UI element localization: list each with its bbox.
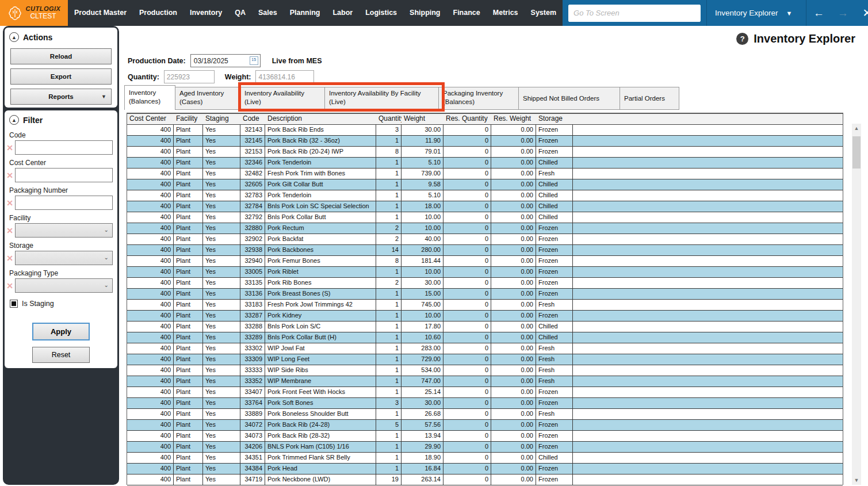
tab-shipped-not-billed-orders[interactable]: Shipped Not Billed Orders (519, 87, 620, 110)
clear-icon[interactable]: ✕ (5, 171, 15, 180)
table-row[interactable]: 400PlantYes32902Pork Backfat240.0000.00F… (127, 234, 843, 245)
scroll-down-icon[interactable]: ▼ (852, 476, 861, 485)
vertical-scrollbar[interactable]: ▲ ▼ (852, 124, 861, 485)
table-row[interactable]: 400PlantYes34073Pork Back Rib (28-32)113… (127, 431, 843, 442)
table-row[interactable]: 400PlantYes34206BNLS Pork Ham (C105) 1/1… (127, 442, 843, 453)
table-row[interactable]: 400PlantYes33136Pork Breast Bones (S)115… (127, 289, 843, 300)
column-header-storage[interactable]: Storage (536, 114, 573, 124)
go-to-screen-input[interactable] (568, 5, 701, 22)
menu-item-finance[interactable]: Finance (447, 0, 487, 26)
clear-icon[interactable]: ✕ (5, 143, 15, 152)
table-row[interactable]: 400PlantYes32938Pork Backbones14280.0000… (127, 245, 843, 256)
table-row[interactable]: 400PlantYes32784Bnls Pork Loin SC Specia… (127, 201, 843, 212)
tab-packaging-inventory-balances[interactable]: Packaging Inventory(Balances) (439, 87, 519, 110)
reset-button[interactable]: Reset (32, 347, 90, 363)
table-row[interactable]: 400PlantYes33352WIP Membrane1747.0000.00… (127, 376, 843, 387)
cell-filler (573, 343, 843, 354)
apply-button[interactable]: Apply (32, 323, 90, 340)
table-row[interactable]: 400PlantYes33135Pork Rib Bones230.0000.0… (127, 278, 843, 289)
is-staging-checkbox[interactable]: Is Staging (10, 300, 117, 308)
table-row[interactable]: 400PlantYes33302WIP Jowl Fat1283.0000.00… (127, 343, 843, 354)
table-row[interactable]: 400PlantYes34719Pork Neckbone (LWD)19263… (127, 474, 843, 485)
weight-field[interactable] (255, 70, 314, 83)
table-row[interactable]: 400PlantYes32940Pork Femur Bones8181.440… (127, 256, 843, 267)
filter-input-code[interactable] (15, 140, 113, 155)
collapse-chevron-icon[interactable]: ▲ (9, 115, 19, 125)
filter-input-packaging-number[interactable] (15, 196, 113, 210)
menu-item-production[interactable]: Production (133, 0, 183, 26)
table-row[interactable]: 400PlantYes32143Pork Back Rib Ends330.00… (127, 125, 843, 136)
menu-item-metrics[interactable]: Metrics (487, 0, 525, 26)
forward-button[interactable]: → (831, 0, 855, 26)
menu-item-product-master[interactable]: Product Master (68, 0, 133, 26)
reload-button[interactable]: Reload (10, 48, 112, 64)
column-header-res-weight[interactable]: Res. Weight (491, 114, 536, 124)
clear-icon[interactable]: ✕ (5, 226, 15, 235)
menu-item-qa[interactable]: QA (228, 0, 252, 26)
table-row[interactable]: 400PlantYes32792Bnls Pork Collar Butt110… (127, 212, 843, 223)
table-row[interactable]: 400PlantYes33764Pork Soft Bones330.0000.… (127, 398, 843, 409)
table-row[interactable]: 400PlantYes32145Pork Back Rib (32 - 36oz… (127, 136, 843, 147)
column-header-facility[interactable]: Facility (174, 114, 203, 124)
cell-storage: Fresh (536, 376, 573, 386)
scrollbar-thumb[interactable] (852, 136, 861, 169)
topbar-right-section: Inventory Explorer ▼ ← → ✕ ★ (563, 0, 868, 26)
help-icon[interactable]: ? (736, 33, 748, 45)
filter-input-cost-center[interactable] (15, 168, 113, 182)
scroll-up-icon[interactable]: ▲ (852, 124, 861, 133)
table-row[interactable]: 400PlantYes33889Pork Boneless Shoulder B… (127, 409, 843, 420)
table-row[interactable]: 400PlantYes34351Pork Trimmed Flank SR Be… (127, 453, 843, 464)
quantity-field[interactable] (164, 70, 215, 83)
menu-item-shipping[interactable]: Shipping (403, 0, 446, 26)
filter-select-storage[interactable]: ⌄ (15, 251, 113, 265)
table-row[interactable]: 400PlantYes32783Pork Tenderloin15.1000.0… (127, 190, 843, 201)
menu-item-inventory[interactable]: Inventory (183, 0, 228, 26)
filter-select-packaging-type[interactable]: ⌄ (15, 278, 113, 293)
menu-item-logistics[interactable]: Logistics (359, 0, 403, 26)
calendar-icon[interactable]: 15 (250, 56, 258, 65)
reports-dropdown-button[interactable]: Reports ▼ (10, 89, 112, 105)
table-row[interactable]: 400PlantYes33005Pork Riblet110.0000.00Fr… (127, 267, 843, 278)
screen-selector-dropdown[interactable]: Inventory Explorer ▼ (707, 0, 800, 26)
table-row[interactable]: 400PlantYes32153Pork Back Rib (20-24) IW… (127, 147, 843, 158)
table-row[interactable]: 400PlantYes33289Bnls Pork Collar Butt (H… (127, 332, 843, 343)
table-row[interactable]: 400PlantYes33309WIP Long Feet1729.0000.0… (127, 354, 843, 365)
menu-item-labor[interactable]: Labor (326, 0, 359, 26)
cell-code: 33289 (240, 332, 265, 343)
column-header-description[interactable]: Description (265, 114, 376, 124)
tab-aged-inventory-cases[interactable]: Aged Inventory(Cases) (175, 87, 240, 110)
column-header-cost-center[interactable]: Cost Center (127, 114, 174, 124)
menu-item-system[interactable]: System (525, 0, 563, 26)
menu-item-sales[interactable]: Sales (252, 0, 284, 26)
tab-inventory-availability-live[interactable]: Inventory Availability(Live) (240, 87, 325, 110)
table-row[interactable]: 400PlantYes32605Pork Gilt Collar Butt19.… (127, 179, 843, 190)
table-row[interactable]: 400PlantYes33333WIP Side Ribs1534.0000.0… (127, 365, 843, 376)
tab-inventory-availability-by-facility-live[interactable]: Inventory Availability By Facility(Live) (325, 87, 439, 110)
clear-icon[interactable]: ✕ (5, 198, 15, 208)
table-row[interactable]: 400PlantYes33287Pork Kidney110.0000.00Fr… (127, 311, 843, 322)
column-header-res-quantity[interactable]: Res. Quantity (443, 114, 491, 124)
collapse-chevron-icon[interactable]: ▲ (9, 32, 19, 42)
back-button[interactable]: ← (806, 0, 831, 26)
table-row[interactable]: 400PlantYes34384Pork Head116.8400.00Froz… (127, 464, 843, 474)
column-header-code[interactable]: Code (240, 114, 265, 124)
table-row[interactable]: 400PlantYes33288Bnls Pork Loin S/C117.80… (127, 322, 843, 332)
tab-partial-orders[interactable]: Partial Orders (620, 87, 679, 110)
table-row[interactable]: 400PlantYes33183Fresh Pork Jowl Trimming… (127, 300, 843, 311)
filter-select-facility[interactable]: ⌄ (15, 223, 113, 238)
table-row[interactable]: 400PlantYes32346Pork Tenderloin15.1000.0… (127, 158, 843, 169)
production-date-input[interactable]: 03/18/2025 15 (190, 54, 261, 67)
table-row[interactable]: 400PlantYes34072Pork Back Rib (24-28)557… (127, 420, 843, 431)
column-header-quantity[interactable]: Quantity (376, 114, 402, 124)
close-button[interactable]: ✕ (855, 0, 868, 26)
clear-icon[interactable]: ✕ (5, 281, 15, 290)
clear-icon[interactable]: ✕ (5, 254, 15, 263)
tab-inventory-balances[interactable]: Inventory(Balances) (124, 85, 175, 110)
column-header-staging[interactable]: Staging (203, 114, 240, 124)
table-row[interactable]: 400PlantYes32880Pork Rectum210.0000.00Fr… (127, 223, 843, 234)
export-button[interactable]: Export (10, 68, 112, 85)
column-header-weight[interactable]: Weight (402, 114, 443, 124)
table-row[interactable]: 400PlantYes33407Pork Front Feet With Hoc… (127, 387, 843, 398)
table-row[interactable]: 400PlantYes32482Fresh Pork Trim with Bon… (127, 169, 843, 179)
menu-item-planning[interactable]: Planning (284, 0, 327, 26)
